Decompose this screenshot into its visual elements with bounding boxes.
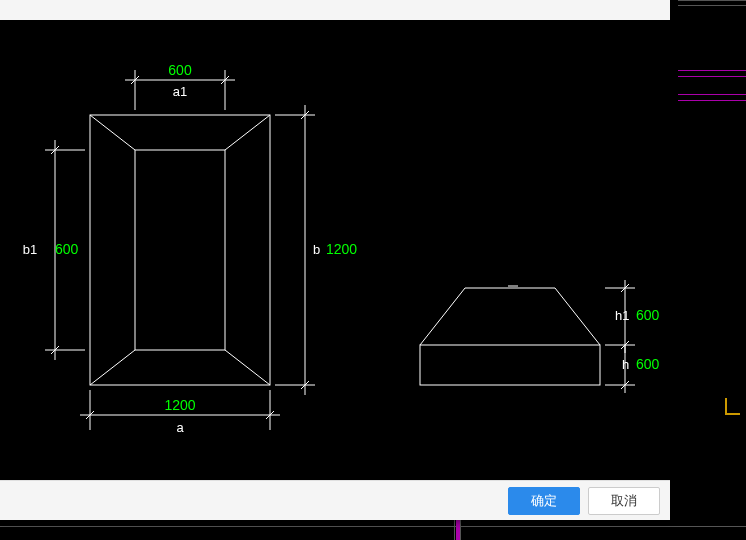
ok-button[interactable]: 确定 (508, 487, 580, 515)
bg-line (678, 94, 746, 95)
app-stage: 600 a1 1200 a b1 600 (0, 0, 746, 540)
dialog-footer: 确定 取消 (0, 480, 670, 520)
dialog-titlebar (0, 0, 670, 21)
dim-value-h: 600 (636, 356, 660, 372)
plan-diag (225, 350, 270, 385)
dim-label-h1: h1 (615, 308, 629, 323)
bg-line (454, 520, 455, 540)
plan-diag (90, 115, 135, 150)
plan-inner-rect (135, 150, 225, 350)
bg-line (678, 76, 746, 77)
plan-outer-rect (90, 115, 270, 385)
bg-line (678, 70, 746, 71)
cad-preview: 600 a1 1200 a b1 600 (0, 20, 670, 480)
dim-label-a: a (176, 420, 184, 435)
dim-label-b: b (313, 242, 320, 257)
elev-top-trapezoid (420, 288, 600, 345)
plan-diag (90, 350, 135, 385)
dim-value-b: 1200 (326, 241, 357, 257)
dim-label-a1: a1 (173, 84, 187, 99)
dim-label-h: h (622, 357, 629, 372)
dim-value-a1: 600 (168, 62, 192, 78)
dim-value-b1: 600 (55, 241, 79, 257)
bg-line (0, 526, 746, 527)
bg-line (456, 520, 460, 540)
dim-label-b1: b1 (23, 242, 37, 257)
cancel-button[interactable]: 取消 (588, 487, 660, 515)
geometry-svg: 600 a1 1200 a b1 600 (0, 20, 670, 480)
elev-base-rect (420, 345, 600, 385)
bg-line (678, 5, 746, 6)
dim-value-a: 1200 (164, 397, 195, 413)
preview-dialog: 600 a1 1200 a b1 600 (0, 0, 670, 520)
bg-glyph (722, 396, 746, 420)
bg-line (678, 100, 746, 101)
bg-line (678, 0, 746, 1)
bg-line (460, 520, 461, 540)
dim-value-h1: 600 (636, 307, 660, 323)
plan-diag (225, 115, 270, 150)
